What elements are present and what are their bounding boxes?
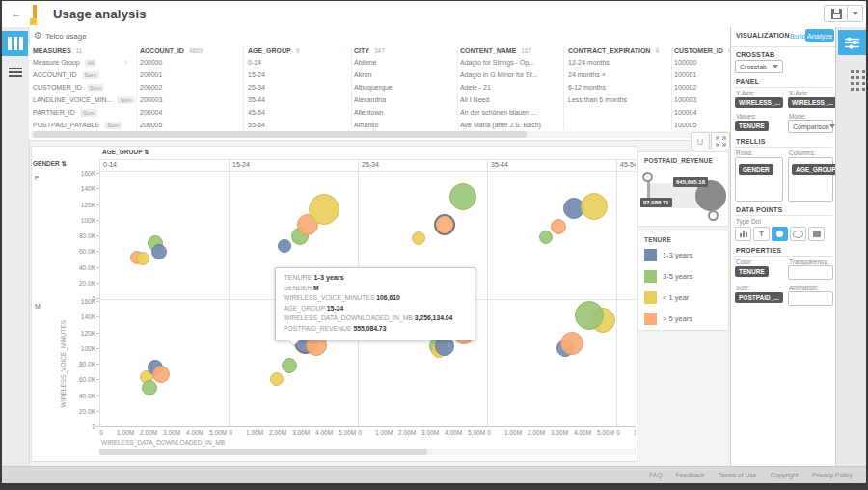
column-value[interactable]: 200004 (140, 106, 242, 119)
bubble[interactable] (309, 194, 339, 225)
crosstab-select[interactable]: Crosstab (735, 60, 783, 73)
column-value[interactable]: LANDLINE_VOICE_MIN...Sum (33, 94, 135, 106)
column-value[interactable]: Measure GroupAll› (33, 56, 135, 68)
legend-entry[interactable]: 1-3 years (644, 249, 692, 261)
column-value[interactable]: Adagio in G Minor for St... (460, 68, 562, 81)
column-value[interactable]: 200001 (140, 68, 242, 81)
column-header[interactable]: AGE_GROUP9 (248, 44, 350, 56)
type-ellipse-button[interactable] (790, 227, 806, 241)
tab-analyze[interactable]: Analyze (805, 29, 834, 42)
save-menu-button[interactable] (847, 5, 863, 22)
tab-build[interactable]: Build (790, 32, 806, 41)
column-value[interactable]: 15-24 (248, 68, 350, 81)
chart-scroll-track[interactable] (99, 449, 636, 455)
data-view-tab[interactable] (2, 31, 28, 56)
data-panel-scroll-track[interactable] (31, 131, 728, 138)
type-text-button[interactable]: T (753, 227, 770, 241)
bubble[interactable] (412, 231, 425, 245)
animation-input[interactable] (788, 291, 833, 306)
column-value[interactable]: 200002 (140, 81, 242, 94)
bubble[interactable] (449, 183, 476, 210)
column-value[interactable]: Akron (354, 68, 456, 81)
type-bar-button[interactable] (735, 227, 751, 241)
y-axis-chip[interactable]: WIRELESS_... (735, 97, 783, 108)
column-value[interactable]: Adele - 21 (460, 81, 562, 94)
type-dot-button[interactable] (772, 227, 788, 241)
column-header[interactable]: CONTRACT_EXPIRATION4 (568, 44, 670, 56)
columns-chip[interactable]: AGE_GROUP (792, 164, 840, 175)
back-button[interactable]: ← (11, 7, 22, 20)
column-value[interactable]: Abilene (354, 56, 456, 68)
menu-tab[interactable] (2, 60, 28, 85)
bubble[interactable] (151, 244, 167, 259)
column-value[interactable]: Adagio for Strings - Op... (460, 56, 562, 68)
column-value[interactable]: 45-54 (248, 106, 350, 119)
column-value[interactable]: An der schönen blauen ... (460, 106, 562, 119)
column-value[interactable]: 35-44 (248, 94, 350, 106)
column-header[interactable]: MEASURES11 (33, 44, 135, 56)
bubble[interactable] (270, 372, 284, 386)
footer-link[interactable]: Feedback (676, 472, 705, 478)
column-value[interactable]: 6-12 months (568, 81, 670, 94)
bubble[interactable] (539, 231, 553, 244)
footer-link[interactable]: Copyright (771, 472, 799, 478)
column-value[interactable]: 0-14 (248, 56, 350, 68)
column-value[interactable]: Ave Maria (after J.S. Bach) (460, 119, 562, 131)
properties-rail-tab[interactable] (838, 30, 866, 55)
column-value[interactable]: 200005 (140, 119, 242, 131)
type-shape-button[interactable] (808, 227, 825, 241)
bubble[interactable] (136, 252, 149, 265)
column-value[interactable]: ACCOUNT_IDSum (33, 68, 135, 81)
legend-entry[interactable]: 3-5 years (644, 270, 692, 283)
values-chip[interactable]: TENURE (735, 121, 769, 131)
column-value[interactable]: 200000 (140, 56, 242, 68)
column-header[interactable]: ACCOUNT_ID4669 (140, 44, 242, 56)
column-value[interactable]: 24 months + (568, 68, 670, 81)
bubble[interactable] (142, 380, 157, 395)
color-chip[interactable]: TENURE (735, 266, 769, 277)
footer-link[interactable]: Terms of Use (719, 472, 757, 478)
bubble[interactable] (152, 366, 170, 383)
column-value[interactable]: All I Need (460, 94, 562, 106)
column-value[interactable]: Alexandria (354, 94, 456, 106)
trellis-rows-dropzone[interactable]: GENDER (735, 157, 783, 202)
footer-link[interactable]: Privacy Policy (812, 472, 853, 478)
column-value[interactable]: Albuquerque (354, 81, 456, 94)
column-value[interactable]: Allentown (354, 106, 456, 119)
x-axis-chip[interactable]: WIRELESS_... (788, 97, 836, 108)
column-value[interactable]: Less than 6 months (568, 94, 670, 106)
column-value[interactable]: 25-34 (248, 81, 350, 94)
save-button[interactable] (824, 5, 849, 22)
mode-select[interactable]: Comparison (788, 120, 833, 133)
column-value[interactable]: 55-64 (248, 119, 350, 131)
column-value[interactable]: POSTPAID_PAYABLESum (33, 119, 135, 131)
trellis-col-dimension[interactable]: AGE_GROUP ⇅ (102, 149, 149, 156)
maximize-button[interactable] (711, 132, 730, 150)
bubble[interactable] (560, 332, 583, 355)
trellis-columns-dropzone[interactable]: AGE_GROUP (788, 157, 833, 202)
bubble[interactable] (278, 239, 291, 253)
column-value[interactable]: 12-24 months (568, 56, 670, 68)
chart-scroll-thumb[interactable] (99, 449, 427, 455)
column-value[interactable]: 200003 (140, 94, 242, 106)
bubble[interactable] (282, 358, 297, 373)
column-header[interactable]: CONTENT_NAME167 (460, 44, 562, 56)
column-value[interactable]: Amarillo (354, 119, 456, 131)
transparency-input[interactable] (788, 265, 833, 280)
size-chip[interactable]: POSTPAID_... (735, 292, 783, 303)
legend-entry[interactable]: > 5 years (644, 313, 692, 325)
footer-link[interactable]: FAQ (649, 472, 663, 478)
column-header[interactable]: CITY347 (354, 44, 456, 56)
size-handle-min-icon[interactable] (642, 172, 653, 182)
bubble[interactable] (551, 219, 566, 234)
size-handle-max-icon[interactable] (708, 210, 719, 221)
undo-button[interactable]: U (691, 132, 710, 150)
gallery-rail-tab[interactable] (838, 59, 866, 84)
column-value[interactable]: PARTNER_IDSum (33, 106, 135, 119)
data-panel-scroll-thumb[interactable] (33, 131, 527, 138)
rows-chip[interactable]: GENDER (739, 164, 773, 175)
bubble[interactable] (581, 193, 608, 220)
bubble[interactable] (434, 214, 455, 235)
column-value[interactable]: CUSTOMER_IDSum (33, 81, 135, 94)
trellis-row-dimension[interactable]: GENDER ⇅ (33, 160, 67, 168)
